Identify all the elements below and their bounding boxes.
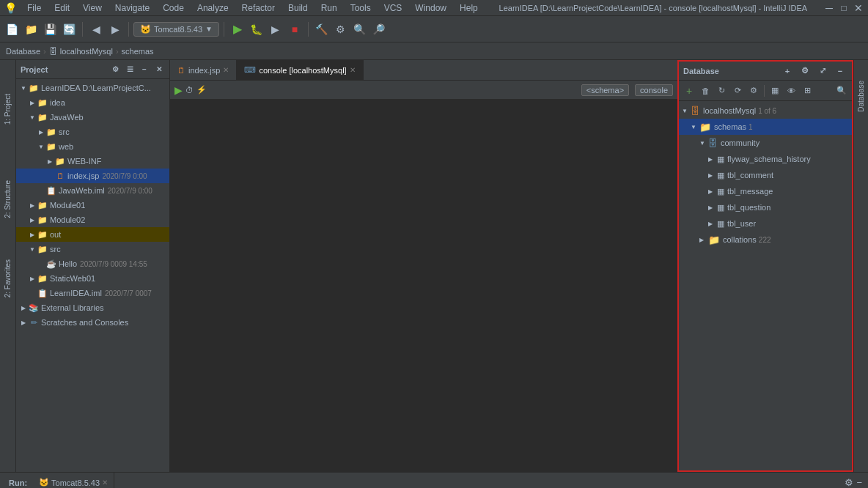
menu-navigate[interactable]: Navigate	[109, 1, 155, 15]
tree-item-extlibs[interactable]: ▶ 📚 External Libraries	[16, 300, 169, 315]
tomcat-selector[interactable]: 🐱 Tomcat8.5.43 ▼	[133, 22, 219, 37]
tree-label-webinf: WEB-INF	[67, 157, 101, 166]
tree-item-learnideaiml[interactable]: 📋 LearnIDEA.iml 2020/7/7 0007	[16, 286, 169, 300]
tree-item-src2[interactable]: ▼ 📁 src	[16, 242, 169, 256]
stop-button[interactable]: ■	[286, 21, 304, 38]
db-add-icon[interactable]: +	[780, 64, 795, 78]
menu-view[interactable]: View	[77, 1, 108, 15]
breadcrumb-database[interactable]: Database	[6, 47, 40, 56]
window-title: LearnIDEA [D:\LearnProjectCode\LearnIDEA…	[484, 4, 823, 12]
run-with-coverage[interactable]: ▶	[267, 21, 284, 38]
menu-tools[interactable]: Tools	[345, 1, 377, 15]
menu-code[interactable]: Code	[157, 1, 190, 15]
left-sidebar-structure-tab[interactable]: 2: Structure	[2, 176, 13, 223]
run-tomcat-tab[interactable]: 🐱 Tomcat8.5.43 ✕	[33, 473, 114, 489]
left-sidebar-favorites-tab[interactable]: 2: Favorites	[2, 255, 13, 302]
tree-item-scratches[interactable]: ▶ ✏ Scratches and Consoles	[16, 315, 169, 330]
db-toolbar-table[interactable]: ▦	[768, 84, 782, 98]
db-toolbar-search-db[interactable]: 🔍	[834, 84, 849, 98]
panel-close-icon[interactable]: ✕	[153, 64, 165, 75]
debug-button[interactable]: 🐛	[248, 21, 265, 38]
tree-label-scratches: Scratches and Consoles	[41, 318, 128, 327]
minimize-button[interactable]: ─	[823, 1, 836, 15]
toolbar-open[interactable]: 📁	[22, 21, 40, 38]
folder-icon-root: 📁	[28, 82, 40, 94]
run-console-btn[interactable]: ▶	[174, 84, 183, 96]
panel-filter-icon[interactable]: ☰	[124, 64, 136, 75]
toolbar-sync[interactable]: 🔄	[60, 21, 78, 38]
toolbar-search2[interactable]: 🔎	[370, 21, 388, 38]
tree-label-module02: Module02	[50, 215, 85, 224]
menu-analyze[interactable]: Analyze	[191, 1, 235, 15]
toolbar-back[interactable]: ◀	[87, 21, 105, 38]
right-tab-database[interactable]: Database	[856, 75, 867, 118]
tree-item-javawebiml[interactable]: 📋 JavaWeb.iml 2020/7/9 0:00	[16, 183, 169, 198]
tab-close-indexjsp[interactable]: ✕	[223, 66, 229, 74]
breadcrumb-localdb-label[interactable]: localhostMysql	[60, 47, 113, 56]
menu-refactor[interactable]: Refactor	[236, 1, 281, 15]
db-toolbar-settings2[interactable]: ⚙	[746, 84, 761, 98]
run-tomcat-close[interactable]: ✕	[102, 478, 108, 487]
tree-item-idea[interactable]: ▶ 📁 idea	[16, 95, 169, 110]
panel-minus-icon[interactable]: −	[139, 64, 150, 75]
tree-item-out[interactable]: ▶ 📁 out	[16, 227, 169, 242]
tree-item-webinf[interactable]: ▶ 📁 WEB-INF	[16, 154, 169, 169]
db-item-flyway[interactable]: ▶ ▦ flyway_schema_history	[679, 151, 852, 167]
panel-gear-icon[interactable]: ⚙	[109, 64, 121, 75]
tree-item-web[interactable]: ▼ 📁 web	[16, 139, 169, 154]
tree-item-staticweb01[interactable]: ▶ 📁 StaticWeb01	[16, 271, 169, 286]
editor-tab-indexjsp[interactable]: 🗒 index.jsp ✕	[170, 60, 237, 81]
menu-window[interactable]: Window	[409, 1, 452, 15]
db-item-tblquestion[interactable]: ▶ ▦ tbl_question	[679, 199, 852, 215]
toolbar-build[interactable]: 🔨	[313, 21, 331, 38]
maximize-button[interactable]: □	[837, 1, 850, 15]
schema-selector[interactable]: <schema>	[581, 84, 629, 96]
db-item-tbluser[interactable]: ▶ ▦ tbl_user	[679, 215, 852, 232]
toolbar-save-all[interactable]: 💾	[41, 21, 59, 38]
menu-run[interactable]: Run	[315, 1, 343, 15]
run-settings-icon[interactable]: ⚙	[845, 477, 853, 488]
db-item-schemas[interactable]: ▼ 📁 schemas 1	[679, 119, 852, 135]
tree-item-src1[interactable]: ▶ 📁 src	[16, 125, 169, 139]
db-item-collations[interactable]: ▶ 📁 collations 222	[679, 232, 852, 248]
console-selector[interactable]: console	[635, 84, 673, 96]
tree-item-hello[interactable]: ☕ Hello 2020/7/9 0009 14:55	[16, 256, 169, 271]
tree-item-module01[interactable]: ▶ 📁 Module01	[16, 198, 169, 212]
run-minimize-icon[interactable]: −	[856, 477, 862, 488]
db-item-localmysql[interactable]: ▼ 🗄 localhostMysql 1 of 6	[679, 103, 852, 119]
editor-tab-console[interactable]: ⌨ console [localhostMysql] ✕	[237, 60, 363, 81]
menu-help[interactable]: Help	[454, 1, 484, 15]
db-toolbar-delete[interactable]: 🗑	[698, 84, 713, 98]
tree-item-root[interactable]: ▼ 📁 LearnIDEA D:\LearnProjectC...	[16, 81, 169, 95]
menu-build[interactable]: Build	[282, 1, 314, 15]
menu-vcs[interactable]: VCS	[378, 1, 408, 15]
db-toolbar-sync[interactable]: ⟳	[730, 84, 745, 98]
db-settings-icon[interactable]: ⚙	[798, 64, 812, 78]
breadcrumb-localdb[interactable]: 🗄	[49, 47, 57, 56]
tree-item-module02[interactable]: ▶ 📁 Module02	[16, 212, 169, 227]
toolbar-search[interactable]: 🔍	[351, 21, 369, 38]
menu-file[interactable]: File	[21, 1, 47, 15]
filter-icon[interactable]: ⚡	[196, 85, 207, 95]
tree-item-indexjsp[interactable]: 🗒 index.jsp 2020/7/9 0:00	[16, 169, 169, 183]
tab-close-console[interactable]: ✕	[350, 66, 356, 74]
toolbar-new-file[interactable]: 📄	[3, 21, 21, 38]
db-expand-icon[interactable]: ⤢	[815, 64, 830, 78]
db-item-tblcomment[interactable]: ▶ ▦ tbl_comment	[679, 167, 852, 183]
db-toolbar-add[interactable]: +	[682, 84, 696, 98]
left-sidebar-project-tab[interactable]: 1: Project	[2, 89, 13, 129]
tree-item-javaweb[interactable]: ▼ 📁 JavaWeb	[16, 110, 169, 125]
run-button[interactable]: ▶	[229, 21, 246, 38]
breadcrumb-schemas[interactable]: schemas	[122, 47, 154, 56]
db-toolbar-filter[interactable]: ⊞	[800, 84, 814, 98]
toolbar-settings[interactable]: ⚙	[332, 21, 350, 38]
folder-icon-module01: 📁	[37, 199, 48, 211]
db-item-community[interactable]: ▼ 🗄 community	[679, 135, 852, 151]
toolbar-forward[interactable]: ▶	[106, 21, 124, 38]
db-item-tblmessage[interactable]: ▶ ▦ tbl_message	[679, 183, 852, 199]
menu-edit[interactable]: Edit	[48, 1, 76, 15]
close-button[interactable]: ✕	[852, 1, 865, 15]
db-toolbar-refresh[interactable]: ↻	[714, 84, 729, 98]
db-minimize-icon[interactable]: −	[833, 64, 847, 78]
db-toolbar-view[interactable]: 👁	[784, 84, 798, 98]
